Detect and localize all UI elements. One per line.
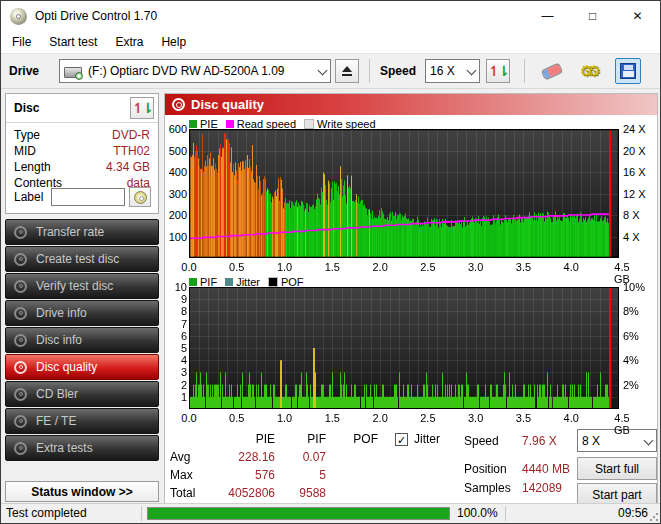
menu-bar: FileStart testExtraHelp xyxy=(1,31,660,53)
stats-value: 5 xyxy=(256,468,326,482)
chevron-down-icon xyxy=(318,67,326,75)
progress-bar xyxy=(147,507,450,520)
maximize-button[interactable]: □ xyxy=(570,1,615,31)
sidebar-item-label: Drive info xyxy=(36,306,87,320)
test-speed-value: 8 X xyxy=(582,434,600,448)
y-axis-tick: 6 xyxy=(165,330,187,342)
sidebar-item-create-test-disc[interactable]: Create test disc xyxy=(5,246,159,272)
x-axis-tick: 3.0 xyxy=(461,412,491,424)
y-axis-tick: 3 xyxy=(165,366,187,378)
eject-button[interactable] xyxy=(335,59,359,83)
info-label: Samples xyxy=(464,481,511,495)
save-floppy-icon xyxy=(620,63,636,79)
y2-axis-tick: 10% xyxy=(623,281,659,293)
disc-row-label: MID xyxy=(14,143,36,159)
stats-row-label: Max xyxy=(170,468,193,482)
divider xyxy=(6,122,158,123)
gears-icon: ⚙⚙ xyxy=(580,62,600,80)
disc-panel-title: Disc xyxy=(14,101,39,115)
info-value: 4440 MB xyxy=(522,462,570,476)
y2-axis-tick: 6% xyxy=(623,330,659,342)
sidebar-item-fe-te[interactable]: FE / TE xyxy=(5,408,159,434)
disc-icon xyxy=(14,415,27,428)
options-button[interactable]: ⚙⚙ xyxy=(577,58,603,84)
chevron-down-icon xyxy=(644,437,652,445)
x-axis-tick: 1.5 xyxy=(317,412,347,424)
jitter-checkbox[interactable]: ✓ xyxy=(395,433,408,446)
minimize-button[interactable]: — xyxy=(525,1,570,31)
drive-select-value: (F:) Optiarc DVD RW AD-5200A 1.09 xyxy=(88,64,285,78)
x-axis-tick: 0.0 xyxy=(174,261,204,273)
disc-label-button[interactable] xyxy=(129,187,151,207)
y2-axis-tick: 8% xyxy=(623,305,659,317)
panel-header: Disc quality xyxy=(165,94,657,115)
sidebar-item-label: Extra tests xyxy=(36,441,93,455)
read-speed-value: 16 X xyxy=(430,64,455,78)
x-axis-tick: 3.5 xyxy=(508,261,538,273)
chevron-down-icon xyxy=(467,67,475,75)
panel-title: Disc quality xyxy=(191,97,264,112)
x-axis-tick: 1.0 xyxy=(270,261,300,273)
title-bar: Opti Drive Control 1.70 — □ ✕ xyxy=(1,1,660,31)
legend1-swatch xyxy=(189,120,197,128)
status-window-button[interactable]: Status window >> xyxy=(5,481,159,502)
y-axis-tick: 400 xyxy=(165,166,187,178)
y-axis-tick: 4 xyxy=(165,354,187,366)
disc-row-value: DVD-R xyxy=(112,127,150,143)
close-button[interactable]: ✕ xyxy=(615,1,660,31)
sidebar-item-label: Transfer rate xyxy=(36,225,104,239)
save-button[interactable] xyxy=(615,58,641,84)
stats-value: 9588 xyxy=(256,486,326,500)
x-axis-tick: 2.5 xyxy=(413,261,443,273)
sidebar-item-label: Disc info xyxy=(36,333,82,347)
y-axis-tick: 1 xyxy=(165,391,187,403)
progress-percent: 100.0% xyxy=(457,506,498,521)
sidebar-item-verify-test-disc[interactable]: Verify test disc xyxy=(5,273,159,299)
y-axis-tick: 600 xyxy=(165,123,187,135)
info-value: 142089 xyxy=(522,481,562,495)
menu-item-extra[interactable]: Extra xyxy=(106,31,152,53)
disc-icon xyxy=(14,442,27,455)
refresh-disc-button[interactable]: ↿⇂ xyxy=(130,97,154,119)
x-axis-tick: 0.5 xyxy=(222,412,252,424)
sidebar-item-disc-info[interactable]: Disc info xyxy=(5,327,159,353)
disc-label-caption: Label xyxy=(14,190,43,204)
resize-grip[interactable] xyxy=(649,512,659,522)
sidebar-item-disc-quality[interactable]: Disc quality xyxy=(5,354,159,380)
y-axis-tick: 200 xyxy=(165,209,187,221)
drive-cd-icon xyxy=(64,64,82,78)
refresh-drives-button[interactable]: ↿⇂ xyxy=(486,59,510,83)
y-axis-tick: 5 xyxy=(165,342,187,354)
x-axis-tick: 4.5 GB xyxy=(607,412,637,436)
menu-item-help[interactable]: Help xyxy=(152,31,195,53)
disc-label-input[interactable] xyxy=(51,188,125,206)
status-bar: Test completed 100.0% 09:56 xyxy=(1,503,660,523)
erase-disc-button[interactable] xyxy=(539,58,565,84)
disc-icon xyxy=(14,388,27,401)
sidebar-item-extra-tests[interactable]: Extra tests xyxy=(5,435,159,461)
refresh-arrows-icon: ↿⇂ xyxy=(488,63,507,79)
disc-icon xyxy=(14,280,27,293)
menu-item-start-test[interactable]: Start test xyxy=(40,31,106,53)
cd-icon xyxy=(134,191,147,204)
x-axis-tick: 3.5 xyxy=(508,412,538,424)
x-axis-tick: 1.0 xyxy=(270,412,300,424)
stats-row-label: Total xyxy=(170,486,195,500)
drive-select[interactable]: (F:) Optiarc DVD RW AD-5200A 1.09 xyxy=(59,59,331,83)
stats-col-header: PIF xyxy=(266,432,326,446)
disc-quality-panel: Disc quality PIERead speedWrite speed PI… xyxy=(164,93,658,505)
sidebar-item-drive-info[interactable]: Drive info xyxy=(5,300,159,326)
menu-item-file[interactable]: File xyxy=(3,31,40,53)
sidebar-item-transfer-rate[interactable]: Transfer rate xyxy=(5,219,159,245)
sidebar-item-cd-bler[interactable]: CD Bler xyxy=(5,381,159,407)
y-axis-tick: 9 xyxy=(165,293,187,305)
app-window: Opti Drive Control 1.70 — □ ✕ FileStart … xyxy=(0,0,661,524)
jitter-checkbox-label: Jitter xyxy=(414,432,440,446)
pie-speed-chart xyxy=(189,129,619,258)
y2-axis-tick: 4 X xyxy=(623,231,659,243)
start-full-button[interactable]: Start full xyxy=(577,457,657,480)
y-axis-tick: 10 xyxy=(165,281,187,293)
status-text: Test completed xyxy=(6,506,87,521)
read-speed-select[interactable]: 16 X xyxy=(425,59,480,83)
drive-label: Drive xyxy=(9,64,39,78)
